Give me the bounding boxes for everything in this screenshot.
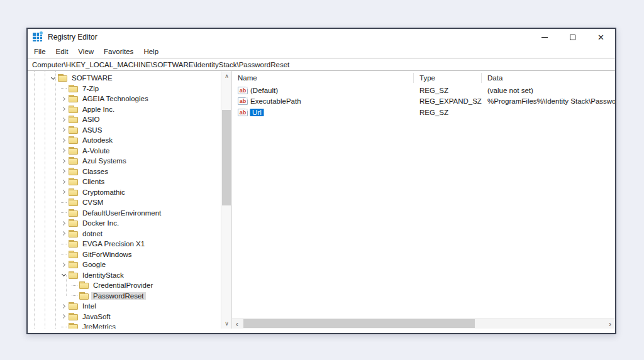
window-title: Registry Editor <box>48 33 97 41</box>
tree-item[interactable]: DefaultUserEnvironment <box>28 208 221 219</box>
tree-scrollbar-thumb[interactable] <box>222 110 231 205</box>
chevron-icon[interactable] <box>60 84 68 94</box>
chevron-icon[interactable] <box>60 104 68 115</box>
tree-item[interactable]: GitForWindows <box>28 249 221 260</box>
chevron-icon[interactable] <box>60 229 68 239</box>
values-scrollbar-thumb[interactable] <box>243 319 475 328</box>
tree-item[interactable]: Clients <box>28 177 221 187</box>
chevron-icon[interactable] <box>60 125 68 136</box>
chevron-icon[interactable] <box>60 146 68 156</box>
tree-item[interactable]: Autodesk <box>28 135 221 146</box>
values-horizontal-scrollbar[interactable]: ‹ › <box>232 318 615 329</box>
chevron-icon[interactable] <box>60 270 68 281</box>
tree-item-label: JavaSoft <box>80 313 113 320</box>
tree-item[interactable]: JreMetrics <box>28 322 221 329</box>
title-bar[interactable]: Registry Editor ✕ <box>28 29 615 45</box>
menu-item-file[interactable]: File <box>29 45 51 58</box>
tree-item-label: Apple Inc. <box>80 106 116 113</box>
scroll-up-arrow[interactable]: ∧ <box>221 71 231 81</box>
tree-item[interactable]: Docker Inc. <box>28 218 221 229</box>
chevron-icon[interactable] <box>60 218 68 229</box>
minimize-button[interactable] <box>530 29 558 45</box>
value-row[interactable]: ab (Default) REG_SZ (value not set) <box>232 85 615 96</box>
menu-item-help[interactable]: Help <box>138 45 164 58</box>
tree-item-label: JreMetrics <box>80 323 118 329</box>
chevron-icon[interactable] <box>60 135 68 146</box>
minimize-icon <box>541 37 548 38</box>
folder-icon <box>69 136 77 144</box>
tree-item[interactable]: EVGA Precision X1 <box>28 239 221 249</box>
column-header-name[interactable]: Name <box>232 73 414 83</box>
tree-item-label: CVSM <box>80 199 105 206</box>
menu-item-view[interactable]: View <box>73 45 99 58</box>
tree-item[interactable]: A-Volute <box>28 146 221 156</box>
chevron-icon[interactable] <box>60 322 68 329</box>
tree-item[interactable]: PasswordReset <box>28 291 221 302</box>
tree-item[interactable]: Apple Inc. <box>28 104 221 115</box>
tree-item[interactable]: dotnet <box>28 229 221 239</box>
chevron-icon[interactable] <box>60 197 68 208</box>
chevron-icon[interactable] <box>60 187 68 198</box>
key-tree-pane: SOFTWARE 7-Zip AGEIA Technologies Apple … <box>28 71 231 329</box>
value-type: REG_SZ <box>414 87 482 94</box>
tree-item[interactable]: IdentityStack <box>28 270 221 281</box>
chevron-icon[interactable] <box>60 312 68 322</box>
chevron-icon[interactable] <box>60 208 68 219</box>
string-value-icon: ab <box>238 97 248 105</box>
menu-item-edit[interactable]: Edit <box>51 45 74 58</box>
value-name-cell: ab (Default) <box>232 87 414 94</box>
column-header-type[interactable]: Type <box>414 73 482 83</box>
column-header-data[interactable]: Data <box>482 73 615 83</box>
tree-item[interactable]: CredentialProvider <box>28 280 221 291</box>
tree-vertical-scrollbar[interactable]: ∧ ∨ <box>221 71 231 329</box>
chevron-icon[interactable] <box>70 280 79 291</box>
tree-item[interactable]: ASIO <box>28 114 221 125</box>
folder-icon <box>69 209 77 217</box>
tree-item[interactable]: Classes <box>28 166 221 177</box>
chevron-icon[interactable] <box>49 73 57 84</box>
folder-icon <box>69 219 77 227</box>
tree-item[interactable]: Cryptomathic <box>28 187 221 198</box>
folder-icon <box>69 126 77 134</box>
folder-icon <box>69 199 77 206</box>
value-type: REG_EXPAND_SZ <box>414 97 482 105</box>
tree-item-label: SOFTWARE <box>70 74 114 82</box>
chevron-icon[interactable] <box>60 177 68 187</box>
scroll-down-arrow[interactable]: ∨ <box>221 319 231 329</box>
chevron-icon[interactable] <box>60 94 68 104</box>
tree-item[interactable]: AGEIA Technologies <box>28 94 221 104</box>
key-tree: SOFTWARE 7-Zip AGEIA Technologies Apple … <box>28 71 221 329</box>
tree-item[interactable]: 7-Zip <box>28 84 221 94</box>
chevron-icon[interactable] <box>60 239 68 249</box>
registry-editor-app-icon <box>33 33 42 41</box>
value-row[interactable]: ab ExecutablePath REG_EXPAND_SZ %Program… <box>232 96 615 107</box>
value-name: ExecutablePath <box>250 97 301 105</box>
close-button[interactable]: ✕ <box>587 29 615 45</box>
tree-item-label: Classes <box>80 168 110 175</box>
folder-icon <box>69 188 77 196</box>
tree-item[interactable]: CVSM <box>28 197 221 208</box>
tree-item[interactable]: Google <box>28 259 221 270</box>
scroll-right-arrow[interactable]: › <box>605 319 615 329</box>
chevron-icon[interactable] <box>60 259 68 270</box>
scroll-left-arrow[interactable]: ‹ <box>232 319 242 329</box>
tree-item[interactable]: Intel <box>28 301 221 312</box>
value-type: REG_SZ <box>414 109 482 116</box>
maximize-button[interactable] <box>558 29 587 45</box>
menu-item-favorites[interactable]: Favorites <box>99 45 138 58</box>
chevron-icon[interactable] <box>60 114 68 125</box>
tree-item[interactable]: ASUS <box>28 125 221 136</box>
tree-item-label: 7-Zip <box>80 85 101 92</box>
value-row[interactable]: ab Url REG_SZ <box>232 107 615 118</box>
chevron-icon[interactable] <box>60 301 68 312</box>
folder-icon <box>79 281 88 289</box>
address-bar[interactable]: Computer\HKEY_LOCAL_MACHINE\SOFTWARE\Ide… <box>28 58 615 71</box>
tree-item[interactable]: JavaSoft <box>28 312 221 322</box>
chevron-icon[interactable] <box>60 249 68 260</box>
tree-item-label: dotnet <box>80 230 104 237</box>
chevron-icon[interactable] <box>60 156 68 166</box>
tree-item[interactable]: SOFTWARE <box>28 73 221 84</box>
chevron-icon[interactable] <box>60 166 68 177</box>
chevron-icon[interactable] <box>70 291 79 302</box>
tree-item[interactable]: Azul Systems <box>28 156 221 166</box>
